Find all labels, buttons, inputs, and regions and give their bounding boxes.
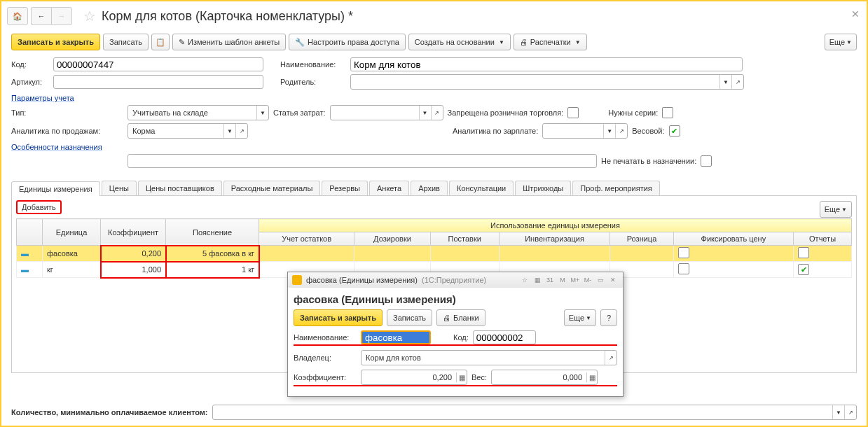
retail-label: Запрещена розничная торговля: xyxy=(448,108,564,117)
popup-name-label: Наименование: xyxy=(294,333,357,342)
min-icon[interactable]: ▭ xyxy=(595,275,606,285)
open-icon[interactable]: ↗ xyxy=(844,405,856,419)
popup-save-close-button[interactable]: Записать и закрыть xyxy=(294,309,383,326)
series-checkbox[interactable] xyxy=(662,107,673,118)
tab-consult[interactable]: Консультации xyxy=(449,181,514,195)
tab-archive[interactable]: Архив xyxy=(411,181,448,195)
more-button[interactable]: Еще▼ xyxy=(825,34,857,50)
popup-coef-input[interactable]: 0,200▦ xyxy=(361,370,467,385)
col-supply: Поставки xyxy=(430,232,499,246)
calc-icon[interactable]: ▦ xyxy=(586,372,597,382)
code-input[interactable] xyxy=(53,57,263,71)
fav-icon[interactable]: ☆ xyxy=(519,275,530,285)
chevron-down-icon: ▼ xyxy=(499,39,504,46)
favorite-icon[interactable]: ☆ xyxy=(83,8,96,24)
chevron-down-icon[interactable]: ▼ xyxy=(603,124,615,138)
popup-name-input[interactable] xyxy=(361,330,431,344)
popup-owner-select[interactable]: Корм для котов↗ xyxy=(361,350,617,365)
popup-owner-label: Владелец: xyxy=(294,354,357,362)
tab-prices[interactable]: Цены xyxy=(102,181,137,195)
article-input[interactable] xyxy=(53,75,263,89)
parent-select[interactable]: ▼ ↗ xyxy=(350,74,744,90)
toolbar: Записать и закрыть Записать 📋 ✎Изменить … xyxy=(1,31,867,53)
popup-weight-label: Вес: xyxy=(471,373,487,382)
printer-icon: 🖨 xyxy=(520,38,528,46)
popup-weight-input[interactable]: 0,000▦ xyxy=(491,370,598,385)
min-qty-input[interactable]: ▼↗ xyxy=(212,405,857,420)
m-icon[interactable]: M xyxy=(557,275,568,285)
popup-header: фасовка (Единицы измерения) xyxy=(294,293,617,305)
close-icon[interactable]: ✕ xyxy=(607,275,619,285)
edit-template-button[interactable]: ✎Изменить шаблон анкеты xyxy=(172,34,286,50)
grid-more-button[interactable]: Еще▼ xyxy=(820,201,852,218)
retail-checkbox[interactable] xyxy=(567,107,579,118)
fix-checkbox[interactable] xyxy=(678,263,689,274)
chevron-down-icon[interactable]: ▼ xyxy=(832,405,844,419)
reports-checkbox[interactable] xyxy=(798,264,809,275)
open-icon[interactable]: ↗ xyxy=(731,75,743,89)
save-close-button[interactable]: Записать и закрыть xyxy=(11,34,100,50)
tab-supplier-prices[interactable]: Цены поставщиков xyxy=(138,181,222,195)
tab-consumables[interactable]: Расходные материалы xyxy=(223,181,321,195)
open-icon[interactable]: ↗ xyxy=(605,351,616,365)
cal-icon[interactable]: 31 xyxy=(544,275,556,285)
save-button[interactable]: Записать xyxy=(103,34,149,50)
forward-button[interactable]: → xyxy=(51,7,72,25)
open-icon[interactable]: ↗ xyxy=(615,124,627,138)
weight-label: Весовой: xyxy=(632,127,664,135)
mplus-icon[interactable]: M+ xyxy=(570,275,581,285)
popup-save-button[interactable]: Записать xyxy=(387,309,432,326)
pencil-icon: ✎ xyxy=(179,38,185,47)
sales-select[interactable]: Корма▼↗ xyxy=(128,123,248,139)
list-button[interactable]: 📋 xyxy=(151,34,170,50)
app-icon xyxy=(292,275,302,285)
col-inv: Инвентаризация xyxy=(499,232,610,246)
add-button[interactable]: Добавить xyxy=(16,200,62,214)
popup-coef-label: Коэффициент: xyxy=(294,373,357,382)
col-usage: Использование единицы измерения xyxy=(259,219,852,232)
chevron-down-icon: ▼ xyxy=(586,315,591,321)
weight-checkbox[interactable] xyxy=(669,125,680,136)
popup-blanks-button[interactable]: 🖨Бланки xyxy=(436,309,485,326)
chevron-down-icon[interactable]: ▼ xyxy=(256,106,268,120)
open-icon[interactable]: ↗ xyxy=(235,124,247,138)
calc-icon[interactable]: ▦ xyxy=(532,275,543,285)
fix-checkbox[interactable] xyxy=(678,247,689,258)
tab-reserves[interactable]: Резервы xyxy=(322,181,368,195)
cost-select[interactable]: ▼↗ xyxy=(330,105,443,120)
chevron-down-icon: ▼ xyxy=(846,39,852,46)
close-icon[interactable]: ✕ xyxy=(851,8,860,20)
popup-code-input[interactable] xyxy=(473,330,536,344)
calc-icon[interactable]: ▦ xyxy=(456,372,467,382)
rights-button[interactable]: 🔧Настроить права доступа xyxy=(289,34,406,50)
prints-button[interactable]: 🖨Распечатки▼ xyxy=(514,34,587,50)
chevron-down-icon: ▼ xyxy=(575,39,581,46)
sales-label: Аналитика по продажам: xyxy=(11,127,123,135)
tab-barcodes[interactable]: Штрихкоды xyxy=(515,181,571,195)
bottom-row: Количество, минимально оплачиваемое клие… xyxy=(11,405,857,420)
tab-survey[interactable]: Анкета xyxy=(369,181,409,195)
mminus-icon[interactable]: M- xyxy=(582,275,593,285)
type-select[interactable]: Учитывать на складе▼ xyxy=(128,105,269,120)
home-button[interactable]: 🏠 xyxy=(7,7,28,25)
noprint-checkbox[interactable] xyxy=(701,155,712,167)
table-row[interactable]: ▬ фасовка 0,200 5 фасовка в кг xyxy=(17,246,852,262)
popup-more-button[interactable]: Еще▼ xyxy=(564,309,596,326)
help-button[interactable]: ? xyxy=(600,309,617,326)
back-button[interactable]: ← xyxy=(31,7,51,25)
create-base-button[interactable]: Создать на основании▼ xyxy=(408,34,511,50)
reports-checkbox[interactable] xyxy=(798,247,809,258)
chevron-down-icon[interactable]: ▼ xyxy=(719,75,731,89)
open-icon[interactable]: ↗ xyxy=(431,106,443,120)
row-icon: ▬ xyxy=(21,265,29,274)
chevron-down-icon[interactable]: ▼ xyxy=(419,106,431,120)
chevron-down-icon[interactable]: ▼ xyxy=(223,124,235,138)
purpose-input[interactable] xyxy=(128,154,597,168)
tab-units[interactable]: Единицы измерения xyxy=(11,181,100,196)
salary-select[interactable]: ▼↗ xyxy=(542,123,628,139)
key-icon: 🔧 xyxy=(295,38,305,47)
col-stock: Учет остатков xyxy=(259,232,354,246)
form-area: Код: Наименование: Артикул: Родитель: ▼ … xyxy=(1,53,867,175)
name-input[interactable] xyxy=(350,57,743,71)
tab-prof[interactable]: Проф. мероприятия xyxy=(572,181,660,195)
